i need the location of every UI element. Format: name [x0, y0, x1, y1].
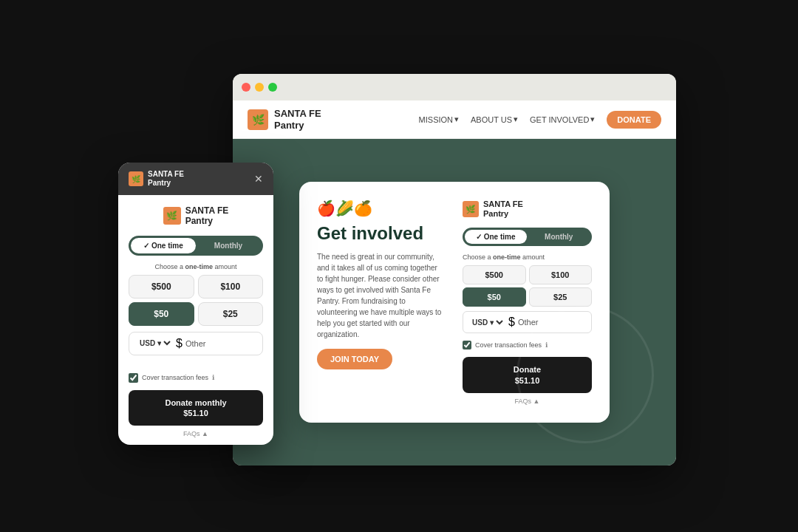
- navigation-bar: 🌿 SANTA FE Pantry MISSION ▾ ABOUT US ▾ G…: [233, 100, 676, 139]
- card-title: Get involved: [317, 223, 445, 244]
- mobile-amount-50[interactable]: $50: [129, 302, 194, 326]
- currency-select[interactable]: USD ▾: [469, 318, 505, 327]
- amount-label: Choose a one-time amount: [463, 253, 592, 261]
- cover-fees-checkbox[interactable]: [463, 341, 471, 349]
- nav-link-mission[interactable]: MISSION ▾: [419, 115, 459, 124]
- mobile-logo-text: SANTA FE Pantry: [148, 170, 184, 188]
- mobile-amount-25[interactable]: $25: [198, 302, 264, 326]
- payment-toggle-group: ✓ One time Monthly: [463, 228, 592, 246]
- card-icons: 🍎🌽🍊: [317, 200, 445, 217]
- other-amount-row[interactable]: USD ▾ $ Other: [463, 311, 592, 333]
- mobile-cover-fees-checkbox[interactable]: [129, 373, 138, 383]
- window-minimize-dot[interactable]: [255, 83, 264, 92]
- cover-fees-label: Cover transaction fees: [475, 341, 542, 349]
- card-right-logo-text: SANTA FE Pantry: [483, 200, 523, 219]
- mobile-footer: Cover transaction fees ℹ Donate monthly …: [118, 373, 273, 446]
- mobile-cover-fees-row: Cover transaction fees ℹ: [129, 373, 263, 383]
- amount-500[interactable]: $500: [463, 265, 526, 284]
- window-close-dot[interactable]: [242, 83, 250, 92]
- card-right-logo: 🌿 SANTA FE Pantry: [463, 200, 592, 219]
- join-today-button[interactable]: JOIN TODAY: [317, 349, 392, 369]
- mobile-close-button[interactable]: ✕: [254, 173, 263, 185]
- browser-chrome: [233, 74, 676, 100]
- amount-grid: $500 $100 $50 $25: [463, 265, 592, 307]
- mobile-logo-row: 🌿 SANTA FE Pantry: [129, 170, 184, 188]
- faqs-link[interactable]: FAQs ▲: [463, 398, 592, 405]
- mobile-amount-100[interactable]: $100: [198, 275, 264, 299]
- card-right-logo-icon: 🌿: [463, 201, 479, 217]
- mobile-faqs-link[interactable]: FAQs ▲: [129, 430, 263, 437]
- mobile-body: 🌿 SANTA FE Pantry ✓ One time Monthly Cho…: [118, 195, 273, 366]
- mobile-currency-select[interactable]: USD ▾: [137, 338, 173, 348]
- amount-25[interactable]: $25: [529, 287, 593, 307]
- window-maximize-dot[interactable]: [268, 83, 277, 92]
- mobile-toggle-group: ✓ One time Monthly: [129, 236, 263, 256]
- donate-main-button[interactable]: Donate $51.10: [463, 357, 592, 393]
- monthly-toggle[interactable]: Monthly: [528, 230, 590, 244]
- mobile-cover-fees-label: Cover transaction fees: [142, 374, 208, 381]
- mobile-monthly-toggle[interactable]: Monthly: [196, 238, 261, 253]
- mobile-logo-icon: 🌿: [129, 171, 143, 186]
- mobile-amount-label: Choose a one-time amount: [129, 263, 263, 270]
- donation-card: 🍎🌽🍊 Get involved The need is great in ou…: [299, 182, 610, 423]
- mobile-other-label: Other: [185, 339, 206, 348]
- mobile-one-time-toggle[interactable]: ✓ One time: [131, 238, 196, 253]
- mobile-amount-500[interactable]: $500: [129, 275, 194, 299]
- other-label: Other: [518, 318, 539, 327]
- info-icon[interactable]: ℹ: [545, 341, 548, 349]
- nav-logo: 🌿 SANTA FE Pantry: [248, 108, 321, 131]
- mobile-amount-grid: $500 $100 $50 $25: [129, 275, 263, 326]
- mobile-dollar-sign: $: [176, 337, 183, 350]
- nav-link-get-involved[interactable]: GET INVOLVED ▾: [530, 115, 595, 124]
- mobile-donate-button[interactable]: Donate monthly $51.10: [129, 390, 263, 426]
- card-right: 🌿 SANTA FE Pantry ✓ One time Monthly Cho…: [463, 200, 592, 405]
- dollar-sign: $: [508, 316, 515, 329]
- mobile-org-text: SANTA FE Pantry: [185, 205, 229, 227]
- amount-50[interactable]: $50: [463, 287, 526, 307]
- mobile-org-logo: 🌿 SANTA FE Pantry: [129, 205, 263, 227]
- nav-links: MISSION ▾ ABOUT US ▾ GET INVOLVED ▾ DONA…: [419, 111, 661, 129]
- nav-logo-text: SANTA FE Pantry: [274, 108, 321, 131]
- card-left: 🍎🌽🍊 Get involved The need is great in ou…: [317, 200, 445, 405]
- amount-100[interactable]: $100: [529, 265, 593, 284]
- mobile-other-row[interactable]: USD ▾ $ Other: [129, 332, 263, 355]
- nav-donate-button[interactable]: DONATE: [607, 111, 661, 129]
- nav-link-about[interactable]: ABOUT US ▾: [471, 115, 518, 124]
- nav-logo-icon: 🌿: [248, 109, 268, 130]
- hero-section: 🍎🌽🍊 Get involved The need is great in ou…: [233, 139, 676, 466]
- card-body: The need is great in our community, and …: [317, 251, 445, 340]
- browser-window: 🌿 SANTA FE Pantry MISSION ▾ ABOUT US ▾ G…: [233, 74, 676, 466]
- one-time-toggle[interactable]: ✓ One time: [465, 230, 527, 244]
- mobile-org-icon: 🌿: [163, 207, 181, 225]
- mobile-header: 🌿 SANTA FE Pantry ✕: [118, 163, 273, 195]
- mobile-window: 🌿 SANTA FE Pantry ✕ 🌿 SANTA FE Pantry ✓ …: [118, 163, 273, 445]
- mobile-info-icon[interactable]: ℹ: [212, 374, 214, 381]
- cover-fees-row: Cover transaction fees ℹ: [463, 341, 592, 349]
